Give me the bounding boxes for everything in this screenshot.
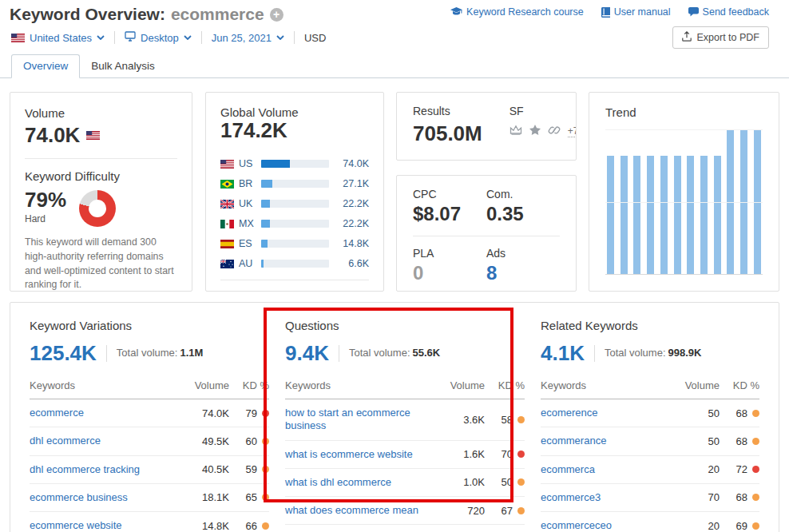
kd-dot [517,451,525,458]
keyword-research-course-label: Keyword Research course [466,6,584,18]
keyword-kd: 72 [720,463,759,475]
other-countries-row: Other 7.3K [220,286,369,292]
global-volume-list: US 74.0K BR 27.1K UK 22.2K [220,154,369,274]
graduation-cap-icon [450,7,462,17]
trend-label: Trend [605,105,763,119]
cpc-card: CPC $8.07 Com. 0.35 PLA 0 Ads 8 [396,175,577,292]
country-flag-icon [220,260,234,268]
trend-bar [674,156,681,274]
serp-features-more[interactable]: +7 [568,125,577,137]
location-selector[interactable]: United States [11,32,105,44]
global-volume-value: 174.2K [220,119,369,143]
filter-bar: United States Desktop Jun 25, 2021 USD [11,31,326,44]
country-code: MX [239,218,261,229]
country-volume-bar [261,200,329,208]
keyword-difficulty-value: 79% [25,189,66,212]
keyword-kd: 67 [485,505,525,517]
ads-label: Ads [486,247,560,260]
trend-card: Trend [589,92,779,292]
trend-bar [727,129,734,274]
date-label: Jun 25, 2021 [212,32,272,44]
kd-dot [517,507,525,514]
questions-total: Total volume:55.6K [339,345,440,362]
country-flag-icon [220,240,234,248]
keyword-link[interactable]: dhl ecommerce [30,435,184,447]
other-volume: 7.3K [337,290,369,292]
questions-table: how to start an ecommerce business 3.6K … [285,399,525,532]
country-flag-icon [220,220,234,228]
page-title-keyword: ecommerce [171,5,264,24]
keyword-link[interactable]: ecommerce [30,407,184,419]
keyword-variations-count: 125.4K [30,341,97,366]
questions-section: Questions 9.4K Total volume:55.6K Keywor… [285,319,525,532]
keyword-link[interactable]: ecommerce business [30,491,184,504]
table-row: dhl ecommerce tracking 40.5K 59 [30,456,269,484]
device-selector[interactable]: Desktop [125,31,192,44]
date-selector[interactable]: Jun 25, 2021 [212,32,284,44]
country-code: ES [239,238,261,249]
country-volume: 22.2K [337,218,369,229]
user-manual-link[interactable]: User manual [601,6,671,18]
add-keyword-button[interactable]: + [270,8,283,22]
keyword-research-course-link[interactable]: Keyword Research course [450,6,584,18]
keyword-kd: 69 [720,520,759,532]
column-volume: Volume [184,379,229,391]
table-row: how to start an ecommerce business 3.6K … [285,399,525,441]
table-row: ecomerence 50 68 [541,399,759,427]
questions-count: 9.4K [285,341,329,366]
send-feedback-link[interactable]: Send feedback [688,6,769,18]
chevron-down-icon [276,35,284,40]
keyword-volume: 20 [675,463,720,475]
related-keywords-count: 4.1K [541,341,585,366]
send-feedback-label: Send feedback [703,6,769,18]
country-volume-bar [261,260,329,268]
table-row: dhl ecommerce 49.5K 60 [30,427,269,455]
keyword-variations-total: Total volume:1.1M [106,345,204,362]
kd-dot [262,438,269,445]
table-row: ecommerce website 14.8K 66 [30,512,269,532]
us-flag-icon [11,34,25,42]
country-volume-bar [261,180,329,188]
ads-value[interactable]: 8 [486,262,560,284]
kd-dot [752,522,759,530]
keyword-link[interactable]: what is ecommerce website [285,448,440,461]
tab-overview[interactable]: Overview [11,54,80,78]
keyword-link[interactable]: what does ecommerce mean [285,504,440,517]
trend-bar [660,156,668,274]
keyword-kd: 59 [229,463,269,475]
trend-chart [605,129,763,275]
keyword-kd: 68 [720,435,759,447]
column-volume: Volume [675,379,720,391]
table-row: what does ecommerce mean 720 67 [285,497,525,525]
keyword-link[interactable]: ecommerce website [30,519,184,532]
keyword-link[interactable]: ecomerence [541,407,675,419]
keyword-link[interactable]: ecommerance [541,435,675,447]
table-header: Keywords Volume KD % [30,379,269,399]
keyword-volume: 50 [675,435,720,447]
competition-value: 0.35 [486,203,560,225]
cpc-label: CPC [413,188,486,200]
questions-title: Questions [285,319,525,332]
kd-dot [752,466,759,473]
keyword-sections-card: Keyword Variations 125.4K Total volume:1… [10,302,779,532]
keyword-link[interactable]: dhl ecommerce tracking [30,463,184,476]
country-flag-icon [220,180,234,189]
keyword-volume: 18.1K [184,491,229,503]
keyword-link[interactable]: ecommerceceo [541,519,675,532]
results-card: Results 705.0M SF +7 [396,92,577,161]
kd-dot [262,466,269,473]
keyword-link[interactable]: how to start an ecommerce business [285,407,440,433]
related-keywords-total: Total volume:998.9K [594,345,702,362]
table-row: what is dhl ecommerce 1.0K 50 [285,469,525,497]
tab-bulk-analysis[interactable]: Bulk Analysis [80,55,166,77]
keyword-kd: 50 [485,476,525,488]
table-header: Keywords Volume KD % [285,379,525,399]
keyword-link[interactable]: ecommerca [541,463,675,476]
keyword-link[interactable]: what is dhl ecommerce [285,476,440,489]
global-volume-card: Global Volume 174.2K US 74.0K BR 27.1K [205,92,384,292]
volume-card: Volume 74.0K Keyword Difficulty 79% Hard… [10,92,192,292]
related-keywords-title: Related Keywords [541,319,759,332]
export-to-pdf-button[interactable]: Export to PDF [672,26,770,49]
trend-bar [687,156,694,274]
keyword-link[interactable]: ecommerce3 [541,491,675,504]
